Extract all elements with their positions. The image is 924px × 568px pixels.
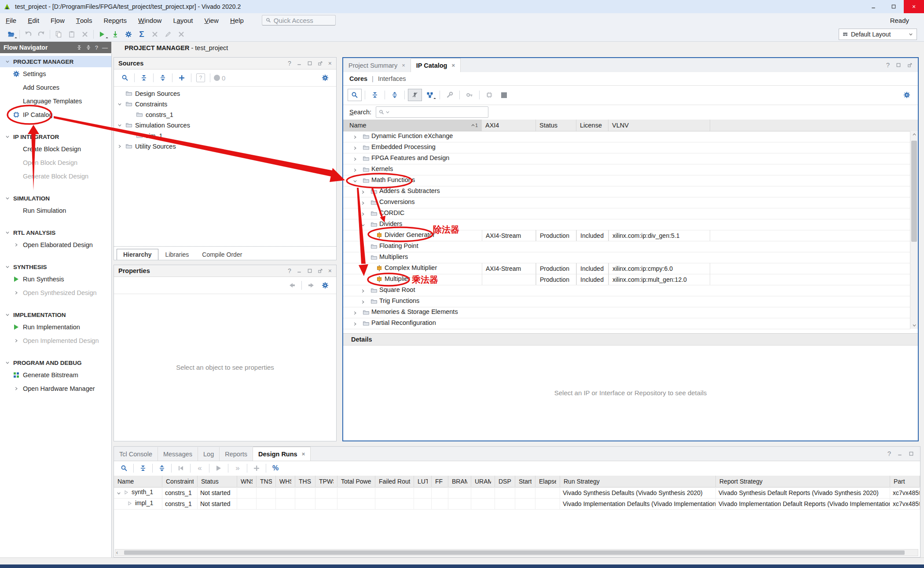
runs-step-back-button[interactable]: « xyxy=(193,462,206,474)
maximize-icon[interactable] xyxy=(896,62,901,68)
collapse-all-button[interactable] xyxy=(137,72,150,84)
minimize-icon[interactable] xyxy=(297,268,302,273)
runs-column-whs[interactable]: WHS xyxy=(276,476,295,487)
runs-column-uram[interactable]: URAM xyxy=(471,476,495,487)
ip-block-button[interactable] xyxy=(497,89,510,101)
flow-nav-section-simulation[interactable]: SIMULATION xyxy=(0,193,111,204)
flow-nav-section-project-manager[interactable]: PROJECT MANAGER xyxy=(0,56,111,67)
ip-subtab-interfaces[interactable]: Interfaces xyxy=(378,75,406,82)
ip-customize-button[interactable] xyxy=(443,89,456,101)
runs-search-button[interactable] xyxy=(117,462,131,474)
runs-column-name[interactable]: Name xyxy=(114,476,162,487)
source-tree-item-constrs-1[interactable]: constrs_1 xyxy=(114,109,336,120)
float-icon[interactable] xyxy=(907,62,913,68)
ip-column-license[interactable]: License xyxy=(576,120,609,131)
minimize-button[interactable] xyxy=(863,0,884,13)
ip-taxonomy-pin-button[interactable] xyxy=(408,89,422,101)
runs-column-tpws[interactable]: TPWS xyxy=(315,476,337,487)
close-tab-icon[interactable]: × xyxy=(402,62,405,69)
flow-nav-item-add-sources[interactable]: Add Sources xyxy=(0,82,111,93)
flow-nav-item-open-hardware-manager[interactable]: Open Hardware Manager xyxy=(0,383,111,394)
source-tree-item-simulation-sources[interactable]: Simulation Sources xyxy=(114,120,336,131)
ip-column-vlnv[interactable]: VLNV xyxy=(609,120,710,131)
abort-button[interactable] xyxy=(175,29,188,40)
ip-column-axi4[interactable]: AXI4 xyxy=(482,120,536,131)
float-icon[interactable] xyxy=(318,268,323,273)
ip-tree-item-dynamic-function-exchange[interactable]: Dynamic Function eXchange xyxy=(343,131,910,142)
close-tab-icon[interactable]: × xyxy=(451,62,455,69)
flow-nav-item-run-simulation[interactable]: Run Simulation xyxy=(0,205,111,216)
runs-expand-button[interactable] xyxy=(155,462,169,474)
runs-run-button[interactable] xyxy=(212,462,225,474)
sum-report-button[interactable]: Σ xyxy=(135,29,148,40)
ip-expand-all-button[interactable] xyxy=(388,89,401,101)
ip-tree-item-fpga-features-and-design[interactable]: FPGA Features and Design xyxy=(343,153,910,164)
ip-license-button[interactable] xyxy=(463,89,476,101)
ip-tree-item-divider-generator[interactable]: Divider GeneratorAXI4-StreamProductionIn… xyxy=(343,230,910,241)
ip-column-status[interactable]: Status xyxy=(536,120,576,131)
close-icon[interactable]: × xyxy=(328,267,332,274)
add-sources-button[interactable] xyxy=(175,72,188,84)
runs-step-forward-button[interactable]: » xyxy=(231,462,244,474)
runs-column-start[interactable]: Start xyxy=(515,476,535,487)
flow-nav-item-language-templates[interactable]: Language Templates xyxy=(0,95,111,107)
ip-tree-item-kernels[interactable]: Kernels xyxy=(343,164,910,175)
ip-tree-item-math-functions[interactable]: Math Functions xyxy=(343,175,910,186)
flow-nav-section-synthesis[interactable]: SYNTHESIS xyxy=(0,261,111,273)
runs-column-dsp[interactable]: DSP xyxy=(495,476,515,487)
runs-percent-button[interactable]: % xyxy=(269,462,282,474)
flow-nav-item-open-elaborated-design[interactable]: Open Elaborated Design xyxy=(0,239,111,251)
runs-column-constraints[interactable]: Constraints xyxy=(162,476,198,487)
ip-tree-item-embedded-processing[interactable]: Embedded Processing xyxy=(343,142,910,153)
ip-tab-ip-catalog[interactable]: IP Catalog× xyxy=(411,58,461,72)
flow-nav-item-generate-bitstream[interactable]: Generate Bitstream xyxy=(0,369,111,381)
flow-nav-section-program-and-debug[interactable]: PROGRAM AND DEBUG xyxy=(0,357,111,368)
maximize-icon[interactable] xyxy=(307,268,312,273)
expand-all-icon[interactable] xyxy=(86,45,91,50)
help-icon[interactable]: ? xyxy=(887,450,891,457)
ip-settings-gear[interactable] xyxy=(900,89,913,101)
menu-layout[interactable]: Layout xyxy=(167,13,198,27)
ip-tree-item-floating-point[interactable]: Floating Point xyxy=(343,241,910,252)
menu-window[interactable]: Window xyxy=(132,13,167,27)
ip-tree-item-multiplier[interactable]: MultiplierProductionIncludedxilinx.com:i… xyxy=(343,274,910,285)
close-icon[interactable]: × xyxy=(328,60,332,67)
help-icon[interactable]: ? xyxy=(886,61,890,69)
flow-nav-item-ip-catalog[interactable]: IP Catalog xyxy=(0,109,111,120)
runs-column-ths[interactable]: THS xyxy=(295,476,315,487)
runs-column-total-power[interactable]: Total Power xyxy=(337,476,375,487)
runs-row-impl-1[interactable]: impl_1constrs_1Not startedVivado Impleme… xyxy=(114,498,920,510)
help-icon[interactable]: ? xyxy=(288,60,291,67)
close-button[interactable]: × xyxy=(904,0,924,13)
source-tree-item-sim-1[interactable]: sim_1 xyxy=(114,131,336,141)
flow-nav-item-create-block-design[interactable]: Create Block Design xyxy=(0,143,111,155)
sources-tab-libraries[interactable]: Libraries xyxy=(159,249,195,260)
runs-column-ff[interactable]: FF xyxy=(432,476,448,487)
sources-tab-hierarchy[interactable]: Hierarchy xyxy=(117,249,158,260)
menu-reports[interactable]: Reports xyxy=(98,13,132,27)
ip-group-by-button[interactable] xyxy=(423,89,436,101)
flow-nav-section-rtl-analysis[interactable]: RTL ANALYSIS xyxy=(0,227,111,238)
menu-view[interactable]: View xyxy=(198,13,224,27)
delete-button[interactable] xyxy=(78,29,92,40)
source-tree-item-constraints[interactable]: Constraints xyxy=(114,99,336,109)
runs-create-button[interactable] xyxy=(250,462,263,474)
forward-button[interactable] xyxy=(304,280,318,291)
menu-file[interactable]: File xyxy=(0,13,22,27)
bottom-tab-messages[interactable]: Messages xyxy=(158,447,198,461)
menu-edit[interactable]: Edit xyxy=(22,13,45,27)
maximize-button[interactable] xyxy=(884,0,904,13)
redo-button[interactable] xyxy=(35,29,48,40)
cancel-button[interactable] xyxy=(148,29,161,40)
menu-flow[interactable]: Flow xyxy=(45,13,70,27)
ip-tree-item-memories-storage-elements[interactable]: Memories & Storage Elements xyxy=(343,307,910,318)
runs-column-bram[interactable]: BRAM xyxy=(448,476,471,487)
ip-tree-item-complex-multiplier[interactable]: Complex MultiplierAXI4-StreamProductionI… xyxy=(343,263,910,274)
bottom-tab-tcl-console[interactable]: Tcl Console xyxy=(114,447,158,461)
ip-subtab-cores[interactable]: Cores xyxy=(349,75,367,82)
runs-column-lut[interactable]: LUT xyxy=(414,476,432,487)
open-project-button[interactable] xyxy=(4,29,18,40)
flow-nav-item-settings[interactable]: Settings xyxy=(0,68,111,80)
source-tree-item-design-sources[interactable]: Design Sources xyxy=(114,88,336,99)
edit-button[interactable] xyxy=(161,29,175,40)
